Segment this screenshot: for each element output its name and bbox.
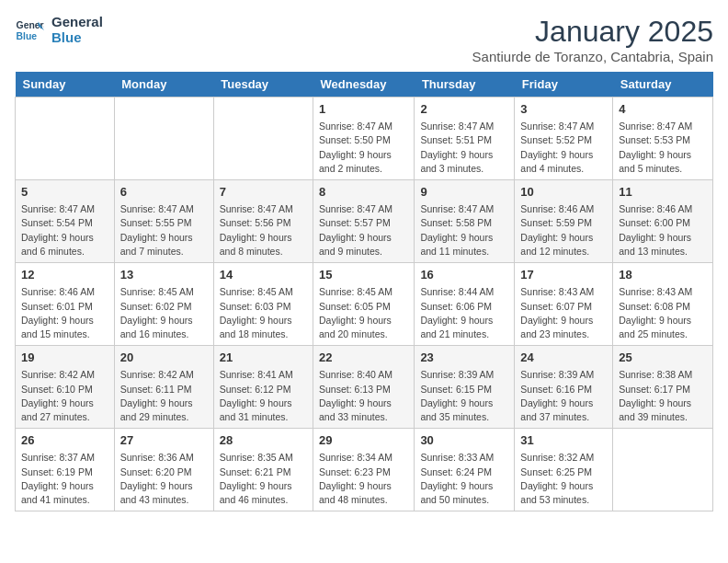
title-section: January 2025 Santiurde de Toranzo, Canta… xyxy=(472,15,713,64)
cell-info: Sunset: 6:25 PM xyxy=(520,465,607,479)
cell-info: Sunrise: 8:47 AM xyxy=(420,202,508,216)
cell-info: Sunset: 6:20 PM xyxy=(120,465,208,479)
day-number: 22 xyxy=(319,350,408,366)
col-thursday: Thursday xyxy=(415,72,515,98)
cell-info: Sunrise: 8:46 AM xyxy=(520,202,607,216)
cell-info: Sunset: 6:24 PM xyxy=(420,465,508,479)
cell-info: Sunset: 6:03 PM xyxy=(220,300,307,314)
day-number: 16 xyxy=(420,267,508,283)
cell-info: Sunrise: 8:47 AM xyxy=(319,120,408,133)
cell-info: Sunrise: 8:45 AM xyxy=(319,285,408,299)
calendar-cell: 19Sunrise: 8:42 AMSunset: 6:10 PMDayligh… xyxy=(16,346,115,429)
cell-info: Sunrise: 8:42 AM xyxy=(21,368,108,382)
day-number: 9 xyxy=(420,184,508,201)
week-row: 12Sunrise: 8:46 AMSunset: 6:01 PMDayligh… xyxy=(16,263,713,346)
cell-info: Sunrise: 8:35 AM xyxy=(220,451,307,465)
cell-info: Daylight: 9 hours and 16 minutes. xyxy=(120,314,208,341)
svg-text:Blue: Blue xyxy=(17,30,38,40)
cell-info: Sunrise: 8:34 AM xyxy=(319,451,408,465)
cell-info: Sunset: 5:57 PM xyxy=(319,216,408,230)
cell-info: Sunrise: 8:37 AM xyxy=(21,451,108,465)
cell-info: Daylight: 9 hours and 3 minutes. xyxy=(420,148,508,176)
logo: General Blue General Blue xyxy=(15,15,103,45)
calendar-cell xyxy=(613,429,713,511)
calendar-cell: 7Sunrise: 8:47 AMSunset: 5:56 PMDaylight… xyxy=(213,180,313,263)
day-number: 3 xyxy=(520,101,607,118)
header-row: SundayMondayTuesdayWednesdayThursdayFrid… xyxy=(16,72,713,98)
cell-info: Daylight: 9 hours and 18 minutes. xyxy=(220,314,307,341)
calendar-cell xyxy=(114,98,213,180)
cell-info: Sunset: 6:23 PM xyxy=(319,465,408,479)
day-number: 25 xyxy=(619,350,707,366)
cell-info: Daylight: 9 hours and 2 minutes. xyxy=(319,148,408,176)
cell-info: Sunset: 5:58 PM xyxy=(420,216,508,230)
cell-info: Daylight: 9 hours and 9 minutes. xyxy=(319,231,408,259)
calendar-cell: 12Sunrise: 8:46 AMSunset: 6:01 PMDayligh… xyxy=(16,263,115,346)
cell-info: Sunset: 6:21 PM xyxy=(220,465,307,479)
page-header: General Blue General Blue January 2025 S… xyxy=(15,15,713,64)
cell-info: Daylight: 9 hours and 53 minutes. xyxy=(520,479,607,507)
calendar-cell: 5Sunrise: 8:47 AMSunset: 5:54 PMDaylight… xyxy=(16,180,115,263)
cell-info: Sunrise: 8:41 AM xyxy=(220,368,307,382)
cell-info: Sunset: 6:05 PM xyxy=(319,300,408,314)
cell-info: Daylight: 9 hours and 11 minutes. xyxy=(420,231,508,259)
day-number: 23 xyxy=(420,350,508,366)
cell-info: Sunrise: 8:47 AM xyxy=(220,202,307,216)
day-number: 30 xyxy=(420,432,508,449)
cell-info: Sunrise: 8:43 AM xyxy=(520,285,607,299)
cell-info: Sunset: 6:13 PM xyxy=(319,383,408,396)
calendar-cell: 4Sunrise: 8:47 AMSunset: 5:53 PMDaylight… xyxy=(613,98,713,180)
col-saturday: Saturday xyxy=(613,72,713,98)
calendar-cell: 26Sunrise: 8:37 AMSunset: 6:19 PMDayligh… xyxy=(16,429,115,511)
week-row: 26Sunrise: 8:37 AMSunset: 6:19 PMDayligh… xyxy=(16,429,713,511)
day-number: 4 xyxy=(619,101,707,118)
day-number: 10 xyxy=(520,184,607,201)
cell-info: Sunset: 6:16 PM xyxy=(520,383,607,396)
day-number: 8 xyxy=(319,184,408,201)
cell-info: Daylight: 9 hours and 7 minutes. xyxy=(120,231,208,259)
calendar-cell xyxy=(213,98,313,180)
cell-info: Daylight: 9 hours and 12 minutes. xyxy=(520,231,607,259)
cell-info: Sunset: 6:02 PM xyxy=(120,300,208,314)
cell-info: Daylight: 9 hours and 5 minutes. xyxy=(619,148,707,176)
calendar-cell: 17Sunrise: 8:43 AMSunset: 6:07 PMDayligh… xyxy=(515,263,613,346)
cell-info: Daylight: 9 hours and 41 minutes. xyxy=(21,479,108,507)
cell-info: Daylight: 9 hours and 13 minutes. xyxy=(619,231,707,259)
cell-info: Sunset: 6:06 PM xyxy=(420,300,508,314)
cell-info: Daylight: 9 hours and 20 minutes. xyxy=(319,314,408,341)
day-number: 2 xyxy=(420,101,508,118)
cell-info: Sunset: 6:01 PM xyxy=(21,300,108,314)
week-row: 1Sunrise: 8:47 AMSunset: 5:50 PMDaylight… xyxy=(16,98,713,180)
cell-info: Daylight: 9 hours and 31 minutes. xyxy=(220,396,307,424)
cell-info: Daylight: 9 hours and 43 minutes. xyxy=(120,479,208,507)
cell-info: Sunset: 6:11 PM xyxy=(120,383,208,396)
calendar-cell: 15Sunrise: 8:45 AMSunset: 6:05 PMDayligh… xyxy=(313,263,415,346)
week-row: 19Sunrise: 8:42 AMSunset: 6:10 PMDayligh… xyxy=(16,346,713,429)
calendar-cell: 24Sunrise: 8:39 AMSunset: 6:16 PMDayligh… xyxy=(515,346,613,429)
cell-info: Sunset: 5:50 PM xyxy=(319,133,408,147)
cell-info: Sunset: 6:10 PM xyxy=(21,383,108,396)
calendar-cell xyxy=(16,98,115,180)
cell-info: Sunset: 5:54 PM xyxy=(21,216,108,230)
day-number: 11 xyxy=(619,184,707,201)
cell-info: Daylight: 9 hours and 33 minutes. xyxy=(319,396,408,424)
cell-info: Sunrise: 8:47 AM xyxy=(120,202,208,216)
day-number: 20 xyxy=(120,350,208,366)
col-friday: Friday xyxy=(515,72,613,98)
cell-info: Sunset: 5:51 PM xyxy=(420,133,508,147)
logo-icon: General Blue xyxy=(15,16,44,45)
calendar-cell: 3Sunrise: 8:47 AMSunset: 5:52 PMDaylight… xyxy=(515,98,613,180)
day-number: 6 xyxy=(120,184,208,201)
calendar-cell: 18Sunrise: 8:43 AMSunset: 6:08 PMDayligh… xyxy=(613,263,713,346)
calendar-cell: 23Sunrise: 8:39 AMSunset: 6:15 PMDayligh… xyxy=(415,346,515,429)
day-number: 21 xyxy=(220,350,307,366)
cell-info: Sunrise: 8:42 AM xyxy=(120,368,208,382)
cell-info: Sunrise: 8:38 AM xyxy=(619,368,707,382)
cell-info: Sunrise: 8:47 AM xyxy=(21,202,108,216)
cell-info: Sunrise: 8:47 AM xyxy=(619,120,707,133)
day-number: 7 xyxy=(220,184,307,201)
cell-info: Daylight: 9 hours and 35 minutes. xyxy=(420,396,508,424)
day-number: 27 xyxy=(120,432,208,449)
cell-info: Sunset: 6:07 PM xyxy=(520,300,607,314)
cell-info: Sunrise: 8:46 AM xyxy=(21,285,108,299)
